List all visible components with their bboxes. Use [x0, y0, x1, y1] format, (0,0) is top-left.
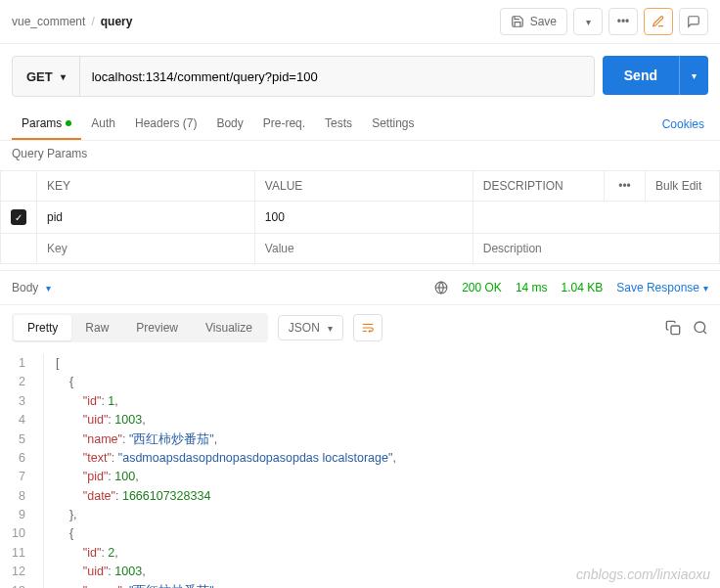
breadcrumb-collection[interactable]: vue_comment — [12, 15, 85, 28]
breadcrumb-request[interactable]: query — [101, 15, 133, 28]
wrap-icon — [361, 321, 375, 335]
tab-params[interactable]: Params — [12, 109, 81, 140]
tab-tests[interactable]: Tests — [315, 109, 362, 140]
viewer-tabs: Pretty Raw Preview Visualize — [12, 313, 268, 342]
response-tab-body[interactable]: Body ▾ — [12, 281, 51, 294]
more-horizontal-icon: ••• — [617, 15, 630, 28]
request-tabs: Params Auth Headers (7) Body Pre-req. Te… — [12, 109, 424, 140]
edit-button[interactable] — [644, 8, 673, 35]
url-input[interactable] — [80, 57, 594, 96]
save-response-link[interactable]: Save Response▾ — [616, 281, 708, 294]
line-gutter: 123456789101112131415 — [0, 354, 43, 588]
chevron-down-icon: ▾ — [586, 17, 591, 27]
params-table: KEY VALUE DESCRIPTION ••• Bulk Edit ✓pid… — [0, 170, 720, 264]
table-row-new — [1, 234, 720, 264]
response-status: 200 OK — [462, 281, 502, 294]
checkbox-checked[interactable]: ✓ — [11, 209, 26, 225]
tab-body[interactable]: Body — [206, 109, 252, 140]
chevron-down-icon: ▾ — [692, 70, 697, 81]
cookies-link[interactable]: Cookies — [658, 110, 708, 139]
comments-button[interactable] — [679, 8, 708, 35]
param-value-input[interactable] — [265, 242, 463, 255]
chevron-down-icon: ▾ — [61, 71, 66, 82]
breadcrumb-separator: / — [91, 15, 94, 28]
param-desc-input[interactable] — [483, 242, 709, 255]
response-size: 1.04 KB — [562, 281, 604, 294]
method-label: GET — [26, 69, 53, 84]
viewer-tab-visualize[interactable]: Visualize — [192, 315, 266, 340]
save-label: Save — [530, 15, 557, 28]
copy-icon[interactable] — [665, 320, 681, 336]
globe-icon[interactable] — [434, 281, 448, 294]
more-options-button[interactable]: ••• — [608, 8, 638, 35]
tab-headers[interactable]: Headers (7) — [125, 109, 206, 140]
viewer-tab-pretty[interactable]: Pretty — [14, 315, 71, 340]
pencil-icon — [652, 15, 665, 28]
params-header-more[interactable]: ••• — [605, 171, 646, 202]
params-header-key: KEY — [37, 171, 255, 202]
request-input-group: GET ▾ — [12, 56, 595, 97]
tab-auth[interactable]: Auth — [81, 109, 125, 140]
search-icon[interactable] — [693, 320, 708, 336]
comment-icon — [687, 15, 700, 28]
params-header-value: VALUE — [254, 171, 472, 202]
response-body[interactable]: 123456789101112131415 [ { "id": 1, "uid"… — [0, 350, 720, 588]
method-select[interactable]: GET ▾ — [13, 57, 80, 96]
format-select[interactable]: JSON ▾ — [278, 315, 343, 340]
viewer-tab-raw[interactable]: Raw — [71, 315, 122, 340]
bulk-edit-link[interactable]: Bulk Edit — [646, 171, 720, 202]
svg-rect-4 — [671, 326, 680, 335]
params-header-desc: DESCRIPTION — [472, 171, 604, 202]
params-header-check — [1, 171, 37, 202]
param-key[interactable]: pid — [37, 202, 255, 234]
breadcrumb: vue_comment / query — [12, 15, 132, 28]
send-dropdown[interactable]: ▾ — [679, 56, 708, 95]
svg-point-5 — [695, 322, 705, 333]
response-time: 14 ms — [516, 281, 548, 294]
chevron-down-icon: ▾ — [46, 283, 51, 294]
chevron-down-icon: ▾ — [328, 323, 333, 334]
param-value[interactable]: 100 — [254, 202, 472, 234]
send-button[interactable]: Send — [603, 56, 679, 95]
chevron-down-icon: ▾ — [703, 283, 708, 294]
tab-prereq[interactable]: Pre-req. — [253, 109, 315, 140]
save-dropdown[interactable]: ▾ — [573, 8, 603, 35]
table-row: ✓pid100 — [1, 202, 720, 234]
params-modified-dot — [66, 120, 71, 126]
code-content[interactable]: [ { "id": 1, "uid": 1003, "name": "西红柿炒番… — [43, 354, 720, 588]
save-icon — [511, 15, 524, 28]
param-key-input[interactable] — [47, 242, 245, 255]
viewer-tab-preview[interactable]: Preview — [122, 315, 192, 340]
tab-settings[interactable]: Settings — [362, 109, 424, 140]
wrap-lines-button[interactable] — [353, 314, 382, 341]
svg-line-6 — [703, 331, 706, 334]
save-button[interactable]: Save — [500, 8, 567, 35]
param-desc[interactable] — [472, 202, 719, 234]
query-params-label: Query Params — [0, 141, 720, 170]
